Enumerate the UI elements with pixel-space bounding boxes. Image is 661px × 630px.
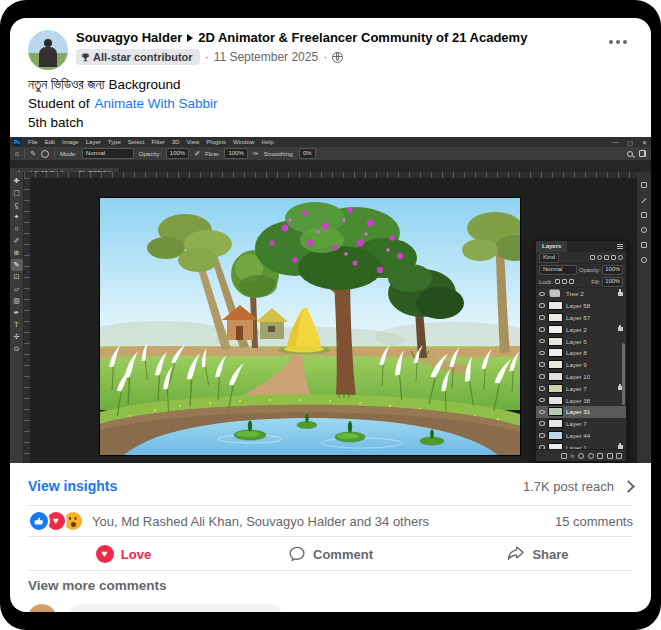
panel-properties-icon[interactable]	[641, 182, 647, 188]
ps-tool-icon[interactable]: ⊕	[11, 247, 23, 259]
ps-tool-icon[interactable]: ▱	[11, 283, 23, 295]
ps-menu-item[interactable]: Window	[233, 139, 254, 145]
pixel-filter-icon[interactable]	[590, 255, 595, 260]
airbrush-icon[interactable]: ✑	[253, 149, 259, 159]
view-more-comments-link[interactable]: View more comments	[28, 578, 167, 593]
post-image-photoshop[interactable]: Ps FileEditImageLayerTypeSelectFilter3DV…	[10, 137, 651, 463]
comment-input[interactable]	[66, 604, 284, 612]
post-date[interactable]: 11 September 2025	[214, 50, 319, 64]
layer-row[interactable]: Layer 31	[536, 406, 626, 418]
brush-tool-icon[interactable]: ✎	[30, 149, 36, 159]
ps-menu-item[interactable]: 3D	[172, 139, 180, 145]
layer-row[interactable]: Tree 2	[536, 288, 626, 300]
layer-row[interactable]: Layer 10	[536, 371, 626, 383]
layer-row[interactable]: Layer 38	[536, 394, 626, 406]
layer-style-fx-icon[interactable]: fx	[570, 453, 574, 459]
adjustment-layer-icon[interactable]	[588, 453, 594, 459]
panel-brushes-icon[interactable]	[641, 257, 647, 263]
opacity-value[interactable]: 100%	[166, 148, 189, 159]
visibility-eye-icon[interactable]	[539, 445, 545, 449]
window-control-icon[interactable]: ▢	[627, 139, 633, 146]
mode-select[interactable]: Normal	[82, 148, 134, 159]
flow-value[interactable]: 100%	[224, 148, 247, 159]
ps-tool-icon[interactable]: ϛ	[11, 199, 23, 211]
shape-filter-icon[interactable]	[611, 255, 616, 260]
lock-position-icon[interactable]	[569, 279, 574, 284]
layer-row[interactable]: Layer 44	[536, 430, 626, 442]
link-layers-icon[interactable]	[561, 453, 567, 459]
panel-adjustments-icon[interactable]	[641, 197, 647, 203]
ps-tool-icon[interactable]: ⊙	[11, 343, 23, 355]
author-avatar[interactable]	[28, 30, 68, 70]
opacity-value[interactable]: 100%	[602, 265, 623, 275]
ps-tool-icon[interactable]: ▥	[11, 295, 23, 307]
workspace-icon[interactable]	[639, 150, 646, 157]
layer-row[interactable]: Layer 8	[536, 347, 626, 359]
layer-row[interactable]: Layer 1	[536, 441, 626, 449]
visibility-eye-icon[interactable]	[539, 327, 545, 332]
ps-menu-item[interactable]: File	[28, 139, 38, 145]
layer-row[interactable]: Layer 7	[536, 418, 626, 430]
animate-with-sabbir-link[interactable]: Animate With Sabbir	[95, 96, 218, 111]
group-name[interactable]: 2D Animator & Freelancer Community of 21…	[198, 30, 527, 45]
blend-mode-select[interactable]: Normal	[539, 265, 577, 275]
ps-menu-item[interactable]: Select	[128, 139, 145, 145]
ps-tool-icon[interactable]: T	[11, 319, 23, 331]
share-button[interactable]: Share	[434, 539, 641, 569]
new-layer-icon[interactable]	[607, 453, 613, 459]
layer-mask-icon[interactable]	[578, 453, 584, 459]
layer-row[interactable]: Layer 57	[536, 312, 626, 324]
layer-row[interactable]: Layer 5	[536, 335, 626, 347]
window-control-icon[interactable]: ✕	[642, 139, 647, 146]
lock-transparent-icon[interactable]	[555, 279, 560, 284]
panel-history-icon[interactable]	[641, 242, 647, 248]
ps-menu-item[interactable]: View	[186, 139, 199, 145]
ps-tool-icon[interactable]: ✐	[11, 235, 23, 247]
visibility-eye-icon[interactable]	[539, 374, 545, 379]
ps-tool-icon[interactable]: ✦	[11, 211, 23, 223]
ps-tool-icon[interactable]: ✣	[11, 331, 23, 343]
visibility-eye-icon[interactable]	[539, 386, 545, 391]
layer-row[interactable]: Layer 7	[536, 382, 626, 394]
ps-tool-icon[interactable]: ▢	[11, 187, 23, 199]
visibility-eye-icon[interactable]	[539, 315, 545, 320]
ps-menu-item[interactable]: Filter	[151, 139, 164, 145]
ps-tool-icon[interactable]: ✎	[11, 259, 23, 271]
visibility-eye-icon[interactable]	[539, 410, 545, 415]
ps-tool-icon[interactable]: ⊡	[11, 271, 23, 283]
author-name[interactable]: Souvagyo Halder	[76, 30, 182, 45]
adjustment-filter-icon[interactable]	[597, 255, 602, 260]
new-group-icon[interactable]	[597, 453, 603, 459]
post-menu-button[interactable]	[609, 40, 627, 44]
visibility-eye-icon[interactable]	[539, 351, 545, 356]
ps-tool-icon[interactable]: ⌗	[11, 223, 23, 235]
ps-menu-item[interactable]: Layer	[86, 139, 101, 145]
view-insights-link[interactable]: View insights	[28, 478, 117, 494]
love-button[interactable]: Love	[20, 539, 227, 569]
layer-row[interactable]: Layer 2	[536, 323, 626, 335]
ps-menu-item[interactable]: Plugins	[206, 139, 226, 145]
panel-menu-icon[interactable]	[617, 244, 623, 249]
layers-scrollbar[interactable]	[622, 343, 625, 405]
comments-count[interactable]: 15 comments	[555, 514, 633, 529]
lock-pixels-icon[interactable]	[562, 279, 567, 284]
layer-row[interactable]: Layer 9	[536, 359, 626, 371]
visibility-eye-icon[interactable]	[539, 398, 545, 403]
layer-row[interactable]: Layer 58	[536, 300, 626, 312]
reaction-summary[interactable]: You, Md Rashed Ali Khan, Souvagyo Halder…	[92, 514, 429, 529]
ps-menu-item[interactable]: Image	[62, 139, 79, 145]
visibility-eye-icon[interactable]	[539, 433, 545, 438]
ps-menu-item[interactable]: Help	[261, 139, 273, 145]
ps-tool-icon[interactable]: ✒	[11, 307, 23, 319]
ps-menu-item[interactable]: Edit	[45, 139, 55, 145]
home-icon[interactable]: ⌂	[15, 149, 19, 159]
smart-object-filter-icon[interactable]	[618, 255, 623, 260]
panel-libraries-icon[interactable]	[641, 212, 647, 218]
visibility-eye-icon[interactable]	[539, 421, 545, 426]
visibility-eye-icon[interactable]	[539, 362, 545, 367]
search-icon[interactable]	[627, 151, 633, 157]
visibility-eye-icon[interactable]	[539, 303, 545, 308]
reaction-icons[interactable]	[28, 510, 84, 532]
commenter-avatar[interactable]	[28, 604, 56, 612]
post-reach[interactable]: 1.7K post reach	[523, 479, 633, 494]
